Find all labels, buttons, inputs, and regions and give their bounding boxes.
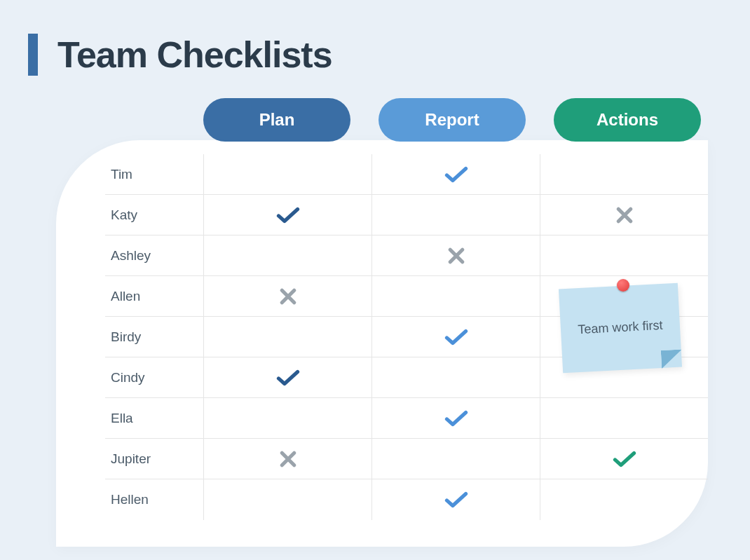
page-title: Team Checklists — [57, 34, 332, 76]
row-name: Katy — [105, 207, 203, 223]
cell-report — [371, 154, 540, 194]
cross-icon — [276, 449, 300, 469]
cell-plan — [203, 439, 371, 479]
cell-report — [371, 479, 540, 520]
row-name: Ella — [105, 411, 203, 426]
cell-report — [371, 276, 540, 316]
column-header-plan: Plan — [203, 98, 350, 142]
check-icon — [444, 409, 468, 428]
check-icon — [613, 449, 636, 469]
check-icon — [276, 205, 300, 225]
table-row: Jupiter — [105, 439, 708, 479]
row-name: Ashley — [105, 248, 203, 264]
cell-actions — [540, 479, 708, 520]
check-icon — [276, 368, 300, 388]
row-name: Birdy — [105, 329, 203, 345]
cell-actions — [540, 439, 708, 479]
check-icon — [444, 327, 468, 347]
title-accent-bar — [28, 34, 38, 76]
page-title-wrap: Team Checklists — [28, 34, 332, 76]
cell-report — [371, 195, 540, 235]
cell-plan — [203, 154, 371, 194]
cell-actions — [540, 235, 708, 275]
cell-plan — [203, 235, 371, 275]
cell-plan — [203, 317, 371, 357]
cell-report — [371, 357, 540, 397]
sticky-note: Team work first — [559, 283, 682, 374]
row-name: Allen — [105, 289, 203, 304]
table-row: Tim — [105, 154, 708, 195]
cell-actions — [540, 195, 708, 235]
cross-icon — [276, 287, 300, 306]
table-row: Hellen — [105, 479, 708, 520]
column-header-report: Report — [379, 98, 526, 142]
table-row: Ashley — [105, 235, 708, 276]
cell-plan — [203, 276, 371, 316]
cross-icon — [444, 246, 468, 266]
cell-actions — [540, 398, 708, 438]
cell-actions — [540, 154, 708, 194]
sticky-note-text: Team work first — [578, 317, 663, 339]
cell-report — [371, 317, 540, 357]
table-row: Ella — [105, 398, 708, 439]
table-row: Katy — [105, 195, 708, 235]
cell-plan — [203, 479, 371, 520]
check-icon — [444, 490, 468, 510]
cross-icon — [613, 205, 636, 225]
row-name: Hellen — [105, 492, 203, 507]
check-icon — [444, 165, 468, 184]
cell-report — [371, 235, 540, 275]
cell-report — [371, 398, 540, 438]
sticky-note-wrap: Team work first — [561, 286, 680, 377]
pin-icon — [617, 279, 629, 292]
column-headers: Plan Report Actions — [203, 98, 701, 142]
cell-plan — [203, 357, 371, 397]
column-header-actions: Actions — [554, 98, 701, 142]
row-name: Cindy — [105, 370, 203, 385]
cell-plan — [203, 398, 371, 438]
cell-report — [371, 439, 540, 479]
cell-plan — [203, 195, 371, 235]
row-name: Jupiter — [105, 451, 203, 467]
row-name: Tim — [105, 167, 203, 182]
